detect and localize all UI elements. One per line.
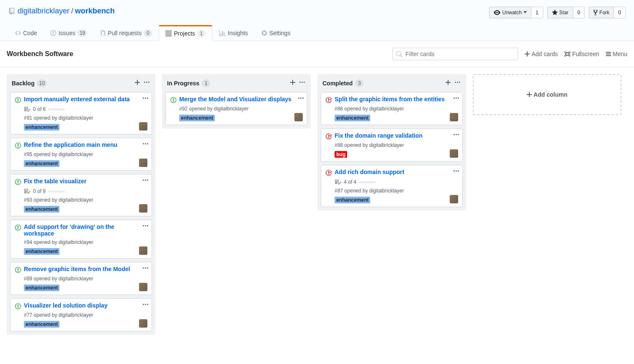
unwatch-button[interactable]: Unwatch [489,7,531,18]
column-count: 1 [202,79,210,87]
caret-down-icon [523,9,527,16]
tab-projects[interactable]: Projects1 [159,25,212,41]
column: Completed 3 Split the graphic items from… [317,74,466,210]
tab-code[interactable]: Code [8,25,44,41]
add-column-button[interactable]: Add column [473,74,621,115]
card-menu-button[interactable] [143,301,148,309]
card[interactable]: Refine the application main menu #95 ope… [10,138,152,171]
assignee-avatar[interactable] [139,122,147,131]
card-title[interactable]: Add rich domain support [335,169,412,176]
card-menu-button[interactable] [454,95,459,103]
label-enhancement[interactable]: enhancement [24,285,59,291]
card-title[interactable]: Split the graphic items from the entitie… [335,96,453,103]
progress-bar [359,181,376,183]
card[interactable]: Merge the Model and Visualizer displays … [165,92,307,125]
card-title[interactable]: Merge the Model and Visualizer displays [179,96,300,103]
tab-insights[interactable]: Insights [212,25,255,41]
assignee-avatar[interactable] [139,319,147,328]
card-meta: #77 opened by digitalbricklayer [24,312,147,318]
card-menu-button[interactable] [143,177,148,185]
label-enhancement[interactable]: enhancement [335,115,370,121]
card-title[interactable]: Remove graphic items from the Model [24,266,139,273]
assignee-avatar[interactable] [139,204,147,213]
label-enhancement[interactable]: enhancement [335,197,370,203]
column-add-button[interactable] [289,78,296,88]
card-title[interactable]: Visualizer led solution display [24,302,116,310]
card-meta: #86 opened by digitalbricklayer [335,106,458,112]
label-enhancement[interactable]: enhancement [179,115,215,121]
card-menu-button[interactable] [298,95,304,103]
card[interactable]: Visualizer led solution display #77 open… [10,298,152,331]
menu-button[interactable]: Menu [606,51,627,57]
tab-pull-requests[interactable]: Pull requests0 [94,25,159,41]
assignee-avatar[interactable] [294,113,303,121]
card-menu-button[interactable] [143,141,148,149]
card-title[interactable]: Import manually entered external data [24,96,138,103]
card-meta: #95 opened by digitalbricklayer [24,151,147,157]
card-menu-button[interactable] [143,223,148,231]
repo-owner-link[interactable]: digitalbricklayer [18,7,70,15]
label-enhancement[interactable]: enhancement [24,248,59,255]
card-title[interactable]: Fix the table visualizer [24,178,95,185]
card-progress: 4 of 4 [335,179,458,185]
repo-name-link[interactable]: workbench [75,7,115,15]
column-menu-button[interactable] [299,78,306,88]
unwatch-label: Unwatch [502,8,522,17]
column: Backlog 10 Import manually entered exter… [7,74,155,335]
eye-icon [494,9,500,16]
gear-icon [261,30,267,36]
card[interactable]: Add support for 'drawing' on the workspa… [10,220,152,259]
column-menu-button[interactable] [143,78,150,88]
card-meta: #94 opened by digitalbricklayer [24,239,147,245]
card-menu-button[interactable] [143,265,148,273]
projects-count: 1 [197,30,206,37]
card[interactable]: Fix the domain range validation #88 open… [321,128,463,161]
column-add-button[interactable] [134,78,141,88]
fullscreen-icon [564,51,570,57]
progress-bar [48,108,65,110]
add-cards-button[interactable]: Add cards [525,51,558,57]
hamburger-icon [606,51,611,57]
label-enhancement[interactable]: enhancement [24,321,59,328]
label-enhancement[interactable]: enhancement [24,160,59,167]
tab-issues[interactable]: Issues19 [44,25,94,41]
star-button[interactable]: Star [547,7,573,18]
assignee-avatar[interactable] [450,113,458,121]
pr-icon [101,30,106,36]
card-menu-button[interactable] [454,168,459,176]
card[interactable]: Import manually entered external data 0 … [10,92,152,134]
assignee-avatar[interactable] [139,159,147,167]
card[interactable]: Split the graphic items from the entitie… [321,92,463,125]
assignee-avatar[interactable] [450,195,458,203]
card[interactable]: Remove graphic items from the Model #89 … [10,262,152,295]
card-meta: #87 opened by digitalbricklayer [335,188,458,194]
tab-settings[interactable]: Settings [255,25,297,41]
filter-cards-input[interactable] [392,48,518,60]
card[interactable]: Fix the table visualizer 0 of 9 #93 open… [10,174,152,216]
issue-closed-icon [325,97,332,103]
card[interactable]: Add rich domain support 4 of 4 #87 opene… [321,165,463,207]
fork-button[interactable]: Fork [589,7,614,18]
watch-count[interactable]: 1 [531,7,543,18]
card-menu-button[interactable] [143,95,148,103]
label-enhancement[interactable]: enhancement [24,206,59,213]
fullscreen-button[interactable]: Fullscreen [564,51,599,57]
search-icon [396,51,402,58]
label-enhancement[interactable]: enhancement [24,124,59,131]
label-bug[interactable]: bug [335,151,347,158]
fork-count[interactable]: 0 [614,7,626,18]
assignee-avatar[interactable] [139,283,147,291]
card-meta: #93 opened by digitalbricklayer [24,197,147,203]
column-menu-button[interactable] [454,78,461,88]
progress-bar [48,190,65,192]
fork-label: Fork [599,8,609,17]
card-title[interactable]: Add support for 'drawing' on the workspa… [24,223,147,237]
star-count[interactable]: 0 [573,7,585,18]
card-menu-button[interactable] [454,131,459,139]
column-add-button[interactable] [445,78,451,88]
card-title[interactable]: Fix the domain range validation [335,132,431,140]
assignee-avatar[interactable] [139,246,147,255]
card-title[interactable]: Refine the application main menu [24,141,126,149]
issue-open-icon [15,303,21,310]
assignee-avatar[interactable] [450,149,458,158]
